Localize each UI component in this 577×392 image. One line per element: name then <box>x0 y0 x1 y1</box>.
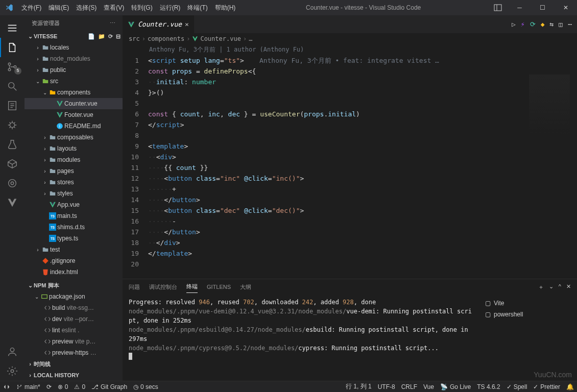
tree-item[interactable]: ›modules <box>25 154 123 165</box>
timeline-section[interactable]: › 时间线 <box>25 358 123 370</box>
statusbar-item[interactable]: ⎇Git Graph <box>91 383 127 390</box>
refresh-icon[interactable]: ⟳ <box>108 33 113 40</box>
tree-item[interactable]: .gitignore <box>25 255 123 266</box>
statusbar-item[interactable]: CRLF <box>401 383 417 390</box>
new-folder-icon[interactable]: 📁 <box>98 33 105 40</box>
vitest-icon[interactable]: ◆ <box>541 20 545 29</box>
minimize-button[interactable]: ─ <box>508 0 531 15</box>
npm-script[interactable]: preview-https … <box>25 347 123 358</box>
code-editor[interactable]: 1234567891011121314151617181920 <script … <box>123 55 577 279</box>
vue-icon[interactable] <box>0 193 25 212</box>
test-icon[interactable] <box>0 135 25 154</box>
statusbar-item[interactable]: ⟳ <box>46 383 52 390</box>
tree-item[interactable]: ›node_modules <box>25 53 123 64</box>
todo-icon[interactable] <box>0 96 25 115</box>
menu-item[interactable]: 编辑(E) <box>45 4 73 12</box>
tree-item[interactable]: Counter.vue <box>25 98 123 109</box>
terminal-session[interactable]: ▢powershell <box>485 309 572 320</box>
tree-item[interactable]: TSmain.ts <box>25 210 123 222</box>
tree-item[interactable]: iREADME.md <box>25 120 123 132</box>
menu-item[interactable]: 帮助(H) <box>211 4 239 12</box>
npm-section[interactable]: ⌄ NPM 脚本 <box>25 280 123 291</box>
maximize-panel-icon[interactable]: ^ <box>559 283 561 291</box>
tree-item[interactable]: App.vue <box>25 199 123 210</box>
panel-tab[interactable]: GITLENS <box>207 282 231 292</box>
tree-item[interactable]: ›layouts <box>25 143 123 154</box>
statusbar-item[interactable]: TS 4.6.2 <box>477 383 500 390</box>
menu-item[interactable]: 终端(T) <box>184 4 211 12</box>
scm-icon[interactable]: 5 <box>0 57 25 77</box>
refresh-icon[interactable]: ⟳ <box>530 20 536 29</box>
npm-script[interactable]: lint eslint . <box>25 325 123 336</box>
search-icon[interactable] <box>0 77 25 96</box>
tree-item[interactable]: index.html <box>25 266 123 278</box>
new-file-icon[interactable]: 📄 <box>88 33 95 40</box>
run-icon[interactable]: ▷ <box>512 20 516 29</box>
debug-icon[interactable] <box>0 115 25 135</box>
statusbar-item[interactable]: ⚠0 <box>74 383 85 390</box>
panel-tab[interactable]: 终端 <box>186 281 198 293</box>
extensions-icon[interactable] <box>0 154 25 174</box>
code-content[interactable]: <script setup lang="ts">Anthony Fu, 3个月前… <box>148 55 577 279</box>
project-section[interactable]: ⌄ VITESSE 📄 📁 ⟳ ⊟ <box>25 31 123 42</box>
tree-item[interactable]: ›pages <box>25 165 123 177</box>
npm-package[interactable]: ⌄package.json <box>25 291 123 302</box>
collapse-icon[interactable]: ⊟ <box>116 33 121 40</box>
tree-item[interactable]: ›composables <box>25 132 123 143</box>
dropdown-icon[interactable]: ⌄ <box>549 283 554 291</box>
npm-script[interactable]: preview vite p… <box>25 336 123 347</box>
close-panel-icon[interactable]: ✕ <box>566 283 571 291</box>
close-tab-icon[interactable]: × <box>185 20 189 28</box>
split-icon[interactable]: ◫ <box>559 20 563 29</box>
statusbar-item[interactable]: Vue <box>423 383 434 390</box>
menu-item[interactable]: 查看(V) <box>100 4 128 12</box>
compare-icon[interactable]: ⇆ <box>550 20 554 29</box>
tree-item[interactable]: ›stores <box>25 177 123 188</box>
menu-item[interactable]: 运行(R) <box>156 4 184 12</box>
more-icon[interactable]: ⋯ <box>568 20 572 29</box>
maximize-button[interactable]: ☐ <box>531 0 554 15</box>
statusbar-item[interactable]: main* <box>16 383 40 390</box>
settings-icon[interactable] <box>0 361 25 381</box>
tree-item[interactable]: TSshims.d.ts <box>25 222 123 233</box>
minimap[interactable] <box>529 75 570 136</box>
gitlens-icon[interactable] <box>0 174 25 193</box>
close-button[interactable]: ✕ <box>554 0 577 15</box>
breadcrumb[interactable]: src› components› Counter.vue› … <box>123 33 577 44</box>
tree-item[interactable]: TStypes.ts <box>25 233 123 244</box>
tree-item[interactable]: ⌄components <box>25 87 123 98</box>
npm-script[interactable]: dev vite --por… <box>25 313 123 325</box>
menu-icon[interactable] <box>0 18 25 38</box>
statusbar-item[interactable]: ✓Prettier <box>533 383 560 390</box>
tree-item[interactable]: ›styles <box>25 188 123 199</box>
statusbar-item[interactable]: UTF-8 <box>378 383 395 390</box>
tree-item[interactable]: ⌄src <box>25 76 123 87</box>
statusbar-item[interactable]: ✓Spell <box>507 383 527 390</box>
local-history-section[interactable]: › LOCAL HISTORY <box>25 370 123 381</box>
explorer-icon[interactable] <box>0 38 25 57</box>
tree-item[interactable]: Footer.vue <box>25 109 123 120</box>
statusbar-item[interactable]: 🔔 <box>566 383 574 390</box>
vite-icon[interactable]: ⚡ <box>521 20 525 29</box>
statusbar-item[interactable]: 📡Go Live <box>440 383 471 390</box>
statusbar-item[interactable]: ◷0 secs <box>133 383 158 390</box>
layout-icon[interactable] <box>488 4 508 12</box>
tree-item[interactable]: ›test <box>25 244 123 255</box>
statusbar-item[interactable]: ⊗0 <box>58 383 68 390</box>
tree-item[interactable]: ›public <box>25 64 123 76</box>
account-icon[interactable] <box>0 342 25 361</box>
menu-item[interactable]: 文件(F) <box>18 4 45 12</box>
statusbar-item[interactable] <box>3 383 10 390</box>
menu-item[interactable]: 选择(S) <box>73 4 100 12</box>
statusbar-item[interactable]: 行 1, 列 1 <box>346 382 372 391</box>
panel-tab[interactable]: 大纲 <box>240 281 251 293</box>
menu-item[interactable]: 转到(G) <box>128 4 156 12</box>
tree-item[interactable]: ›locales <box>25 42 123 53</box>
npm-script[interactable]: build vite-ssg… <box>25 302 123 313</box>
more-icon[interactable]: ⋯ <box>110 20 115 27</box>
new-terminal-icon[interactable]: ＋ <box>538 283 544 291</box>
tab-counter-vue[interactable]: Counter.vue × <box>123 15 195 33</box>
terminal[interactable]: Progress: resolved 946, reused 702, down… <box>123 295 480 381</box>
panel-tab[interactable]: 调试控制台 <box>149 281 177 293</box>
terminal-session[interactable]: ▢Vite <box>485 298 572 309</box>
